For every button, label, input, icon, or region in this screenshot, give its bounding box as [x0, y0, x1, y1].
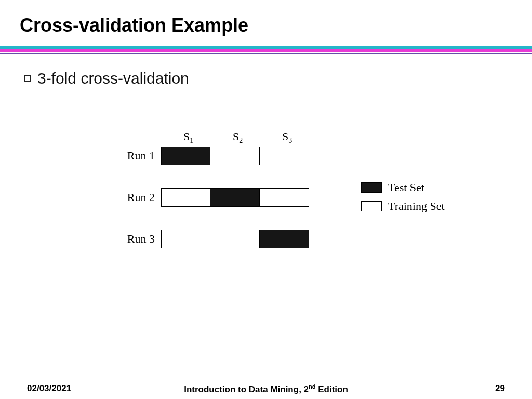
col-header-s3: S3 [262, 130, 312, 145]
footer-page-number: 29 [495, 383, 505, 394]
legend-label: Training Set [388, 200, 445, 213]
legend-train: Training Set [361, 198, 445, 214]
slide: Cross-validation Example 3-fold cross-va… [0, 0, 532, 399]
cell-train [260, 188, 309, 207]
cells [161, 147, 309, 165]
column-headers: S1 S2 S3 [164, 130, 312, 145]
cells [161, 230, 309, 248]
cell-train [210, 230, 260, 248]
swatch-test-icon [361, 182, 382, 193]
run-label: Run 3 [119, 232, 161, 246]
col-header-s2: S2 [213, 130, 262, 145]
cell-train [161, 188, 210, 207]
run-row-2: Run 2 [119, 188, 317, 207]
swatch-train-icon [361, 201, 382, 211]
cell-test [161, 147, 210, 165]
cell-test [260, 230, 309, 248]
legend-test: Test Set [361, 180, 445, 195]
cell-train [210, 147, 260, 165]
cv-diagram: S1 S2 S3 Run 1 Run 2 Run 3 [119, 130, 483, 286]
bullet-text: 3-fold cross-validation [37, 70, 189, 87]
slide-title: Cross-validation Example [0, 0, 532, 44]
run-label: Run 1 [119, 149, 161, 163]
cells [161, 188, 309, 207]
run-row-1: Run 1 [119, 147, 317, 165]
legend-label: Test Set [388, 181, 424, 194]
legend: Test Set Training Set [361, 180, 445, 217]
run-row-3: Run 3 [119, 230, 317, 248]
run-label: Run 2 [119, 191, 161, 204]
divider [0, 46, 532, 54]
cell-test [210, 188, 260, 207]
footer-title: Introduction to Data Mining, 2nd Edition [0, 383, 532, 395]
col-header-s1: S1 [164, 130, 213, 145]
cell-train [260, 147, 309, 165]
bullet-icon [24, 75, 31, 82]
bullet-item: 3-fold cross-validation [24, 70, 532, 87]
cell-train [161, 230, 210, 248]
